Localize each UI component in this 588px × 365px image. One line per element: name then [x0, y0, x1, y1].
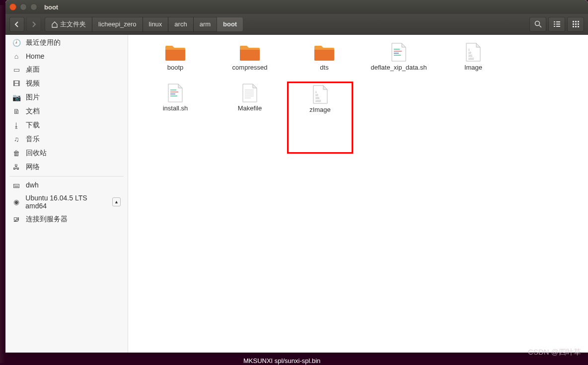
sidebar-label: 网络 [26, 163, 40, 172]
breadcrumb-home-label: 主文件夹 [60, 20, 86, 29]
file-zimage[interactable]: 1101011010 zImage [289, 83, 352, 121]
sidebar-videos[interactable]: 🎞视频 [5, 77, 128, 91]
sidebar-home[interactable]: ⌂Home [5, 50, 128, 63]
sidebar-label: 回收站 [26, 149, 47, 158]
download-icon: ⭳ [12, 121, 20, 129]
file-label: deflate_xip_data.sh [371, 64, 427, 71]
file-label: zImage [309, 106, 331, 113]
breadcrumb-item-4[interactable]: boot [217, 17, 243, 32]
camera-icon: 📷 [12, 93, 20, 101]
sidebar-label: 文档 [26, 107, 40, 116]
sidebar-connect-server[interactable]: 🖳连接到服务器 [5, 212, 128, 226]
drive-icon: 🖴 [12, 181, 20, 189]
sidebar-desktop[interactable]: ▭桌面 [5, 63, 128, 77]
sidebar-label: 视频 [26, 79, 40, 88]
file-makefile[interactable]: Makefile [213, 82, 287, 119]
svg-point-0 [535, 21, 539, 26]
disc-icon: ◉ [12, 198, 20, 206]
server-icon: 🖳 [12, 215, 20, 223]
crumb-label: arm [200, 20, 211, 28]
music-icon: ♫ [12, 135, 20, 143]
sidebar-recent[interactable]: 🕘最近使用的 [5, 36, 128, 50]
list-icon [553, 20, 561, 28]
sidebar-label: Ubuntu 16.04.5 LTS amd64 [25, 194, 106, 210]
svg-text:1010: 1010 [468, 57, 474, 60]
sidebar-network[interactable]: 🖧网络 [5, 160, 128, 174]
crumb-label: linux [149, 20, 162, 28]
sidebar-label: 最近使用的 [26, 38, 61, 47]
sidebar-os-volume[interactable]: ◉Ubuntu 16.04.5 LTS amd64▲ [5, 191, 128, 212]
watermark: CSDN @四叶草 [528, 348, 581, 357]
list-view-button[interactable] [548, 17, 565, 32]
folder-icon [312, 42, 336, 63]
sidebar: 🕘最近使用的 ⌂Home ▭桌面 🎞视频 📷图片 🗎文档 ⭳下载 ♫音乐 🗑回收… [5, 35, 128, 353]
document-icon: 🗎 [12, 107, 20, 115]
maximize-button[interactable] [30, 3, 37, 10]
file-install-sh[interactable]: install.sh [138, 82, 213, 119]
breadcrumb-home[interactable]: 主文件夹 [45, 17, 92, 32]
titlebar: boot [5, 0, 588, 14]
video-icon: 🎞 [12, 80, 20, 88]
grid-view-button[interactable] [567, 17, 584, 32]
toolbar-right [529, 17, 584, 32]
svg-rect-5 [556, 24, 560, 25]
body-area: 🕘最近使用的 ⌂Home ▭桌面 🎞视频 📷图片 🗎文档 ⭳下载 ♫音乐 🗑回收… [5, 35, 588, 353]
folder-compressed[interactable]: compressed [213, 41, 287, 79]
folder-bootp[interactable]: bootp [138, 41, 213, 79]
highlight-annotation: 1101011010 zImage [287, 82, 353, 154]
close-button[interactable] [9, 3, 16, 10]
terminal-output: MKSUNXI spl/sunxi-spl.bin [243, 357, 320, 365]
breadcrumb-item-0[interactable]: licheepi_zero [92, 17, 143, 32]
script-file-icon [387, 42, 411, 63]
sidebar-label: 图片 [26, 93, 40, 102]
toolbar: 主文件夹 licheepi_zero linux arch arm boot [5, 14, 588, 35]
svg-rect-10 [578, 21, 579, 22]
folder-icon [238, 42, 262, 63]
clock-icon: 🕘 [12, 39, 20, 47]
binary-file-icon: 1101011010 [461, 42, 485, 63]
sidebar-documents[interactable]: 🗎文档 [5, 104, 128, 118]
crumb-label: licheepi_zero [98, 20, 137, 28]
chevron-left-icon [14, 21, 19, 27]
home-icon: ⌂ [12, 52, 20, 60]
file-label: Makefile [238, 104, 262, 112]
folder-dts[interactable]: dts [287, 41, 362, 79]
chevron-right-icon [31, 21, 36, 27]
sidebar-label: 音乐 [26, 135, 40, 144]
breadcrumb-item-2[interactable]: arch [168, 17, 193, 32]
svg-rect-2 [554, 21, 555, 22]
file-label: Image [464, 64, 482, 71]
eject-button[interactable]: ▲ [112, 197, 121, 206]
file-label: install.sh [163, 104, 188, 112]
svg-rect-12 [575, 23, 577, 25]
file-label: bootp [167, 64, 184, 71]
crumb-label: arch [174, 20, 187, 28]
minimize-button[interactable] [20, 3, 27, 10]
sidebar-label: Home [26, 52, 44, 60]
sidebar-trash[interactable]: 🗑回收站 [5, 146, 128, 160]
sidebar-label: 桌面 [26, 65, 40, 74]
terminal-line: MKSUNXI spl/sunxi-spl.bin [243, 357, 320, 365]
file-image[interactable]: 1101011010 Image [436, 41, 511, 79]
desktop-icon: ▭ [12, 66, 20, 74]
forward-button[interactable] [26, 17, 41, 32]
network-icon: 🖧 [12, 163, 20, 171]
home-icon [51, 21, 58, 28]
search-button[interactable] [529, 17, 546, 32]
breadcrumb-item-3[interactable]: arm [193, 17, 217, 32]
back-button[interactable] [9, 17, 24, 32]
breadcrumb-item-1[interactable]: linux [143, 17, 169, 32]
sidebar-pictures[interactable]: 📷图片 [5, 91, 128, 104]
window-controls [9, 3, 37, 10]
text-file-icon [238, 83, 262, 103]
svg-rect-15 [575, 26, 577, 27]
file-deflate-sh[interactable]: deflate_xip_data.sh [362, 41, 436, 79]
sidebar-downloads[interactable]: ⭳下载 [5, 118, 128, 132]
folder-icon [163, 42, 187, 63]
file-view[interactable]: bootp compressed dts deflate_xip_data.sh… [128, 35, 588, 353]
binary-file-icon: 1101011010 [308, 84, 332, 105]
svg-rect-6 [554, 26, 555, 27]
sidebar-music[interactable]: ♫音乐 [5, 132, 128, 146]
sidebar-user-volume[interactable]: 🖴dwh [5, 179, 128, 191]
crumb-label: boot [223, 20, 237, 28]
